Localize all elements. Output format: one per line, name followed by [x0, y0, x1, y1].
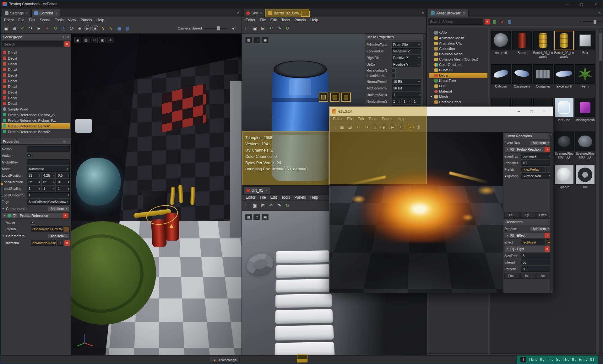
pane-close-icon[interactable]: × [237, 11, 239, 15]
position-y-input[interactable]: 4.25▴▾ [42, 173, 55, 178]
asset-type-filter[interactable]: Particle Effect [429, 99, 487, 104]
scene-viewport[interactable]: ◉▦⊡▣≡ [71, 34, 242, 356]
asset-type-filter[interactable]: <All> [429, 30, 487, 35]
select-mode-icon[interactable]: ► [35, 24, 43, 32]
scaling-y-input[interactable]: 1▴▾ [42, 186, 55, 191]
scaling-x-input[interactable]: 1▴▾ [27, 186, 41, 191]
percentage-input[interactable]: 50▴▾ [521, 266, 552, 272]
menu-item[interactable]: View [66, 18, 78, 23]
camera-speed-slider[interactable] [204, 28, 227, 29]
pause-log-icon[interactable]: ∥ [520, 357, 526, 362]
perspective-icon[interactable]: ▦ [83, 37, 90, 43]
render-mode-icon[interactable]: ▣ [262, 214, 269, 220]
menu-item[interactable]: Tools [52, 18, 66, 23]
maximize-viewport-icon[interactable]: ▣ [99, 37, 106, 43]
asset-type-filter[interactable]: Collection [429, 46, 487, 51]
copy-icon[interactable]: ⊞ [259, 24, 267, 32]
export-run-icon[interactable]: ϟ [99, 24, 107, 32]
scale-gizmo-icon[interactable]: ◳ [60, 24, 67, 32]
asset-item[interactable]: Fern [575, 64, 595, 97]
menu-item[interactable]: Tools [279, 18, 292, 23]
panel-splitter[interactable]: · · · · · · [1, 135, 71, 138]
play-scene-icon[interactable]: ▶ [84, 25, 91, 31]
toolbar-drag-handle[interactable]: ⋮⋮ [244, 204, 249, 207]
scenegraph-item[interactable]: Decal [2, 84, 70, 89]
tab-asset-browser[interactable]: Asset Browser ⊡ [428, 9, 469, 17]
float-panel-icon[interactable]: ⊡ [63, 140, 66, 143]
asset-item[interactable]: ExcelsiorII [554, 64, 574, 97]
asset-type-filter[interactable]: Curve1D [429, 67, 487, 72]
undo-icon[interactable]: ↶ [355, 123, 362, 131]
reload-asset-icon[interactable]: ↻ [284, 202, 291, 209]
globalkey-input[interactable] [27, 159, 70, 165]
add-event-reaction-button[interactable]: Add Item▾ [530, 140, 552, 145]
sort-assets-icon[interactable]: ▦ [491, 19, 497, 25]
emitter-icon[interactable]: ● [407, 124, 414, 131]
toolbar-drag-handle[interactable]: ⋮⋮ [244, 27, 249, 30]
floating-titlebar[interactable]: ezEditor ─ ▢ × [329, 107, 553, 116]
audio-mute-icon[interactable]: ◄) [230, 24, 237, 32]
probability-input[interactable]: 100▴▾ [521, 160, 552, 166]
save-all-icon[interactable]: ⊞ [11, 24, 18, 32]
undo-icon[interactable]: ↶ [267, 202, 275, 209]
restart-sim-icon[interactable]: ↻ [398, 124, 405, 131]
reload-asset-icon[interactable]: ↻ [284, 24, 291, 32]
render-mode-icon[interactable]: ▣ [262, 37, 269, 43]
menu-item[interactable]: Help [308, 18, 320, 23]
view-mode-icon[interactable]: ▦ [506, 19, 513, 25]
slider-knob[interactable] [217, 26, 220, 30]
simulate-icon[interactable]: ◉ [92, 25, 98, 31]
scenegraph-item[interactable]: Decal [2, 67, 70, 72]
asset-item[interactable]: Calypso [491, 64, 511, 97]
mode-dropdown[interactable]: Automatic▾ [27, 166, 70, 172]
remove-reaction-icon[interactable]: × [545, 147, 550, 152]
asset-type-filter[interactable]: Decal [429, 73, 487, 78]
nonuniform-z-input[interactable]: 1▴▾ [412, 99, 421, 104]
float-panel-icon[interactable]: ⊡ [63, 35, 66, 39]
tab-close-icon[interactable]: × [26, 11, 28, 15]
position-z-input[interactable]: 0.5▴▾ [56, 173, 70, 178]
asset-type-filter[interactable]: Material [429, 89, 487, 94]
asset-type-filter[interactable]: LUT [429, 83, 487, 88]
undo-icon[interactable]: ↶ [19, 24, 26, 32]
slider-knob[interactable] [594, 20, 596, 24]
menu-item[interactable]: Edit [356, 116, 367, 121]
pause-sim-icon[interactable]: ∥ [372, 124, 378, 131]
scenegraph-item[interactable]: Prefab Reference: Pickup_P... [2, 118, 70, 123]
asset-type-filter[interactable]: Animated Mesh [429, 35, 487, 40]
menu-item[interactable]: File [16, 18, 26, 23]
scenegraph-item[interactable]: Decal [2, 78, 70, 83]
toolbar-drag-handle[interactable]: ⋮⋮ [331, 126, 336, 129]
event-reaction-header[interactable]: ▼ [0] - Prefab Reaction × [505, 146, 551, 153]
clear-search-icon[interactable]: × [485, 19, 490, 24]
alignment-dropdown[interactable]: Surface Non▾ [521, 173, 552, 179]
tab-close-icon[interactable]: × [265, 189, 267, 192]
pane-close-icon[interactable]: × [599, 11, 601, 15]
forward-dir-dropdown[interactable]: Negative Z▾ [392, 48, 421, 54]
asset-item[interactable]: Box [575, 31, 595, 63]
add-renderer-button[interactable]: Add Item▾ [530, 226, 552, 231]
prefab-asset-field[interactable]: cts/Barrel2.ezPrefab [31, 226, 63, 232]
snap-settings-icon[interactable]: ◈ [76, 24, 84, 32]
pane-close-icon[interactable]: × [422, 11, 424, 15]
scenegraph-item[interactable]: Decal [2, 101, 70, 106]
mini-tab[interactable]: Sy... [520, 212, 536, 218]
viewport-menu-icon[interactable]: ≡ [107, 37, 114, 43]
menu-item[interactable]: Panels [292, 18, 308, 23]
asset-type-filter[interactable]: Collision Mesh [429, 51, 487, 56]
thumbnail-zoom-slider[interactable] [583, 21, 602, 22]
warnings-chip[interactable]: ▲ 1 Warnings [210, 357, 240, 363]
scenegraph-item[interactable]: Decal [2, 89, 70, 95]
add-parameter-button[interactable]: Add Item▾ [48, 233, 70, 238]
scenegraph-item[interactable]: Prefab Reference: Plasma_S... [2, 112, 70, 117]
asset-item[interactable]: ScannedRock03_LQ [575, 131, 595, 164]
particle-viewport[interactable] [329, 132, 503, 293]
render-mode-icon[interactable]: ⊡ [91, 37, 98, 43]
document-tab[interactable]: Settings × [2, 9, 31, 17]
type-checkbox[interactable]: ✔ [430, 95, 433, 98]
menu-item[interactable]: Panels [78, 18, 94, 23]
menu-item[interactable]: Tools [279, 195, 292, 200]
light-renderer-header[interactable]: ▼ [1] - Light × [505, 246, 551, 252]
menu-item[interactable]: Edit [268, 18, 279, 23]
document-tab[interactable]: Corridor × [31, 9, 60, 17]
